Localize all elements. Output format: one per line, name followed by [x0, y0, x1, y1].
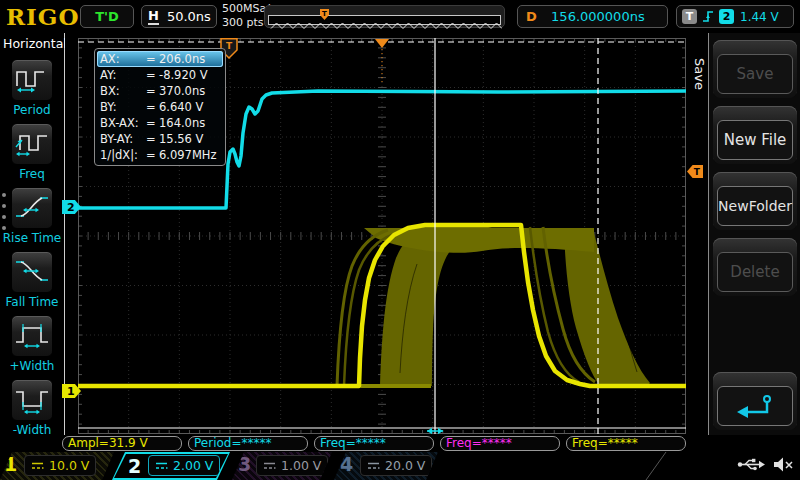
menu-item-fall-time[interactable]: Fall Time — [0, 251, 64, 309]
menu-tab-save: Save — [692, 58, 707, 90]
dc-coupling-icon — [263, 461, 276, 470]
waveform-overview-bar[interactable]: T — [264, 5, 505, 28]
menu-item-rise-time[interactable]: Rise Time — [0, 187, 64, 245]
channel-2-scale-chip: 2.00 V — [148, 455, 220, 476]
trigger-point-flag-label: T — [226, 41, 233, 51]
fall-time-icon — [14, 257, 50, 287]
softkey-6 — [713, 372, 797, 430]
usb-icon — [737, 457, 765, 472]
waveform-display: T AX:=206.0ns AY:=-8.920 V BX:=370.0ns B… — [65, 33, 690, 452]
meas-period[interactable]: Period=***** — [188, 436, 308, 451]
save-menu-panel: Save New File NewFolder Delete — [708, 33, 800, 452]
softkey-4: Delete — [713, 238, 797, 296]
menu-item-period[interactable]: Period — [0, 59, 64, 117]
timebase-value: 50.0ns — [167, 9, 211, 24]
statusbar-divider — [645, 452, 667, 480]
softkey-2: New File — [713, 106, 797, 164]
save-button[interactable]: Save — [717, 54, 793, 94]
horizontal-delay-chip[interactable]: D 156.000000ns — [517, 5, 668, 28]
meas-freq-2[interactable]: Freq=***** — [440, 436, 560, 451]
neg-width-icon — [14, 385, 50, 415]
cursor-row-by-ay: BY-AY:=15.56 V — [97, 131, 223, 147]
trigger-level-value: 1.44 V — [740, 10, 779, 24]
cursor-measurement-panel: AX:=206.0ns AY:=-8.920 V BX:=370.0ns BY:… — [94, 48, 226, 166]
channel-1-number: 1 — [4, 453, 17, 475]
svg-text:T: T — [322, 10, 327, 18]
waveform-overview-window — [268, 15, 501, 25]
overview-zigzag — [269, 21, 502, 31]
dc-coupling-icon — [155, 461, 168, 470]
trigger-info-chip[interactable]: T 2 1.44 V — [676, 5, 794, 28]
menu-title: Horizontal — [3, 36, 67, 51]
trigger-status-badge: T'D — [80, 5, 134, 28]
measurement-result-bar: Ampl=31.9 V Period=***** Freq=***** Freq… — [0, 435, 800, 452]
meas-freq-3[interactable]: Freq=***** — [566, 436, 686, 451]
new-file-button[interactable]: New File — [717, 120, 793, 160]
cursor-row-ax[interactable]: AX:=206.0ns — [97, 51, 223, 67]
channel-status-bar: 1 10.0 V 2 2.00 V 3 1.00 V — [0, 452, 800, 480]
channel-2-zone[interactable]: 2 2.00 V — [112, 452, 230, 480]
trigger-source-badge: 2 — [719, 9, 734, 24]
menu-page-dots — [2, 193, 6, 237]
pos-width-icon — [14, 321, 50, 351]
channel-1-scale-chip: 10.0 V — [24, 455, 96, 476]
speaker-muted-icon — [773, 456, 794, 473]
period-icon — [14, 65, 50, 95]
delay-value: 156.000000ns — [537, 9, 659, 24]
new-folder-button[interactable]: NewFolder — [717, 186, 793, 226]
meas-ampl[interactable]: Ampl=31.9 V — [62, 436, 182, 451]
channel-3-number: 3 — [238, 453, 251, 475]
freq-icon — [14, 129, 50, 159]
back-button[interactable] — [717, 386, 793, 426]
cursor-row-bx[interactable]: BX:=370.0ns — [97, 83, 223, 99]
channel-3-scale-chip: 1.00 V — [256, 455, 328, 476]
cursor-row-ay[interactable]: AY:=-8.920 V — [97, 67, 223, 83]
menu-item-neg-width[interactable]: -Width — [0, 379, 64, 437]
timebase-label: H — [148, 9, 159, 25]
overview-trigger-marker-icon: T — [319, 6, 330, 25]
menu-item-freq[interactable]: Freq — [0, 123, 64, 181]
cursor-row-bx-ax: BX-AX:=164.0ns — [97, 115, 223, 131]
meas-freq-1[interactable]: Freq=***** — [314, 436, 434, 451]
rising-edge-icon — [701, 9, 715, 24]
dc-coupling-icon — [31, 461, 44, 470]
return-arrow-icon — [731, 393, 779, 419]
cursor-row-by[interactable]: BY:=6.640 V — [97, 99, 223, 115]
channel-1-scale: 10.0 V — [49, 458, 89, 473]
horizontal-reference-marker-icon[interactable] — [375, 39, 389, 48]
oscilloscope-screen: RIGOL T'D H 50.0ns 500MSa/s 300 pts T D … — [0, 0, 800, 480]
channel-3-zone[interactable]: 3 1.00 V — [232, 452, 332, 480]
channel-4-scale-chip: 20.0 V — [360, 455, 432, 476]
trigger-label: T — [682, 9, 697, 24]
horizontal-measure-menu: Horizontal Period Freq Rise Time — [0, 33, 65, 452]
trigger-level-marker[interactable]: T — [687, 165, 703, 178]
channel-4-scale: 20.0 V — [385, 458, 425, 473]
timebase-chip[interactable]: H 50.0ns — [141, 5, 217, 28]
softkey-1: Save — [713, 40, 797, 98]
channel-3-scale: 1.00 V — [281, 458, 321, 473]
channel-4-number: 4 — [340, 453, 353, 475]
delete-button[interactable]: Delete — [717, 252, 793, 292]
delay-label: D — [526, 9, 537, 24]
channel-2-number: 2 — [128, 455, 141, 477]
channel-2-scale: 2.00 V — [173, 458, 213, 473]
dc-coupling-icon — [367, 461, 380, 470]
rise-time-icon — [14, 193, 50, 223]
softkey-3: NewFolder — [713, 172, 797, 230]
top-status-bar: RIGOL T'D H 50.0ns 500MSa/s 300 pts T D … — [0, 0, 800, 33]
channel-1-zone[interactable]: 1 10.0 V — [0, 452, 114, 480]
channel-4-zone[interactable]: 4 20.0 V — [334, 452, 438, 480]
menu-item-pos-width[interactable]: +Width — [0, 315, 64, 373]
cursor-row-inv-dx: 1/|dX|:=6.097MHz — [97, 147, 223, 163]
